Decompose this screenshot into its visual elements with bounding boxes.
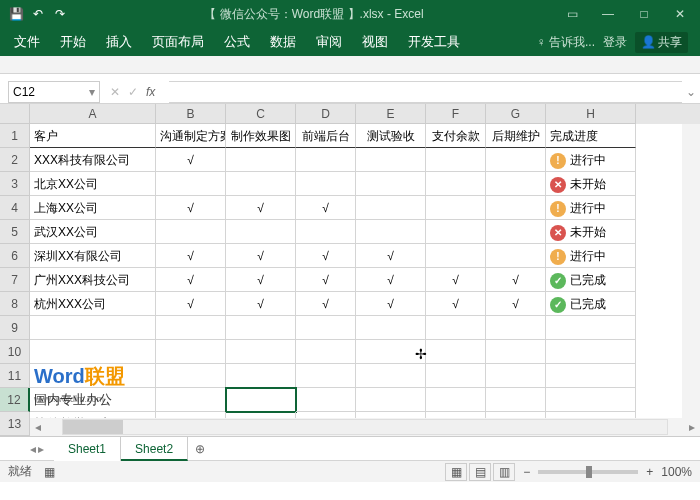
zoom-in-icon[interactable]: + xyxy=(646,465,653,479)
cell[interactable] xyxy=(426,148,486,172)
row-header[interactable]: 9 xyxy=(0,316,30,340)
cell[interactable]: XXX科技有限公司 xyxy=(30,148,156,172)
cell[interactable]: ✕未开始 xyxy=(546,172,636,196)
cell[interactable] xyxy=(486,196,546,220)
row-header[interactable]: 7 xyxy=(0,268,30,292)
view-break-icon[interactable]: ▥ xyxy=(493,463,515,481)
cell[interactable]: √ xyxy=(226,292,296,316)
cell[interactable] xyxy=(426,244,486,268)
cell[interactable] xyxy=(226,148,296,172)
cell[interactable]: 国内专业办公 xyxy=(30,388,156,412)
tab-home[interactable]: 开始 xyxy=(50,28,96,56)
maximize-icon[interactable]: □ xyxy=(632,4,656,24)
cell[interactable] xyxy=(30,316,156,340)
cell[interactable]: √ xyxy=(226,196,296,220)
scroll-left-icon[interactable]: ◂ xyxy=(30,419,46,435)
cell[interactable] xyxy=(356,196,426,220)
undo-icon[interactable]: ↶ xyxy=(30,6,46,22)
cell[interactable]: √ xyxy=(296,244,356,268)
cell[interactable] xyxy=(156,220,226,244)
cell[interactable] xyxy=(156,364,226,388)
cell[interactable]: √ xyxy=(226,244,296,268)
col-header[interactable]: G xyxy=(486,104,546,124)
row-header[interactable]: 2 xyxy=(0,148,30,172)
cell[interactable]: 客户 xyxy=(30,124,156,148)
zoom-out-icon[interactable]: − xyxy=(523,465,530,479)
cell[interactable]: √ xyxy=(156,268,226,292)
cell[interactable] xyxy=(486,388,546,412)
cell[interactable]: √ xyxy=(426,268,486,292)
tell-me[interactable]: ♀ 告诉我... xyxy=(537,34,595,51)
next-sheet-icon[interactable]: ▸ xyxy=(38,442,44,456)
cell[interactable]: !进行中 xyxy=(546,196,636,220)
sheet-tab[interactable]: Sheet1 xyxy=(54,437,121,461)
cell[interactable] xyxy=(356,148,426,172)
cell[interactable]: √ xyxy=(296,292,356,316)
cell[interactable] xyxy=(156,172,226,196)
cell[interactable]: √ xyxy=(426,292,486,316)
cell[interactable] xyxy=(356,220,426,244)
tab-developer[interactable]: 开发工具 xyxy=(398,28,470,56)
cell[interactable] xyxy=(486,316,546,340)
cell[interactable]: 前端后台 xyxy=(296,124,356,148)
cell[interactable]: !进行中 xyxy=(546,244,636,268)
col-header[interactable]: C xyxy=(226,104,296,124)
share-button[interactable]: 👤 共享 xyxy=(635,32,688,53)
redo-icon[interactable]: ↷ xyxy=(52,6,68,22)
view-normal-icon[interactable]: ▦ xyxy=(445,463,467,481)
row-header[interactable]: 11 xyxy=(0,364,30,388)
cell[interactable] xyxy=(226,340,296,364)
cell[interactable]: √ xyxy=(486,292,546,316)
view-page-icon[interactable]: ▤ xyxy=(469,463,491,481)
cell[interactable] xyxy=(296,172,356,196)
col-header[interactable]: D xyxy=(296,104,356,124)
add-sheet-icon[interactable]: ⊕ xyxy=(188,442,212,456)
cell[interactable] xyxy=(486,148,546,172)
select-all-corner[interactable] xyxy=(0,104,30,124)
cell[interactable]: √ xyxy=(156,292,226,316)
cell[interactable] xyxy=(156,388,226,412)
scroll-right-icon[interactable]: ▸ xyxy=(684,419,700,435)
cell[interactable] xyxy=(486,364,546,388)
cell[interactable] xyxy=(426,172,486,196)
scrollbar-vertical[interactable] xyxy=(682,124,700,418)
cell[interactable] xyxy=(546,364,636,388)
login-link[interactable]: 登录 xyxy=(603,34,627,51)
col-header[interactable]: H xyxy=(546,104,636,124)
cell[interactable]: !进行中 xyxy=(546,148,636,172)
cell[interactable]: ✓已完成 xyxy=(546,292,636,316)
tab-formulas[interactable]: 公式 xyxy=(214,28,260,56)
row-header[interactable]: 10 xyxy=(0,340,30,364)
cell[interactable] xyxy=(296,316,356,340)
cell[interactable]: √ xyxy=(156,244,226,268)
cell[interactable] xyxy=(426,220,486,244)
tab-file[interactable]: 文件 xyxy=(4,28,50,56)
row-header[interactable]: 8 xyxy=(0,292,30,316)
cell[interactable]: √ xyxy=(296,196,356,220)
cell[interactable]: 后期维护 xyxy=(486,124,546,148)
scroll-thumb[interactable] xyxy=(63,420,123,434)
cell[interactable] xyxy=(356,364,426,388)
cell[interactable]: √ xyxy=(156,196,226,220)
cancel-icon[interactable]: ✕ xyxy=(110,85,120,99)
col-header[interactable]: A xyxy=(30,104,156,124)
cell[interactable] xyxy=(426,316,486,340)
cell[interactable]: ✕未开始 xyxy=(546,220,636,244)
minimize-icon[interactable]: ― xyxy=(596,4,620,24)
cell[interactable] xyxy=(426,364,486,388)
cell[interactable] xyxy=(426,340,486,364)
cell[interactable] xyxy=(426,196,486,220)
active-cell[interactable] xyxy=(226,388,296,412)
col-header[interactable]: F xyxy=(426,104,486,124)
row-header[interactable]: 1 xyxy=(0,124,30,148)
chevron-down-icon[interactable]: ▾ xyxy=(89,85,95,99)
cell[interactable]: 制作效果图 xyxy=(226,124,296,148)
cell[interactable]: 杭州XXX公司 xyxy=(30,292,156,316)
cell[interactable]: 广州XXX科技公司 xyxy=(30,268,156,292)
cell[interactable] xyxy=(226,316,296,340)
cell[interactable]: 支付余款 xyxy=(426,124,486,148)
cell[interactable] xyxy=(296,364,356,388)
cell[interactable]: 深圳XX有限公司 xyxy=(30,244,156,268)
cell[interactable]: √ xyxy=(156,148,226,172)
cell[interactable]: 北京XX公司 xyxy=(30,172,156,196)
